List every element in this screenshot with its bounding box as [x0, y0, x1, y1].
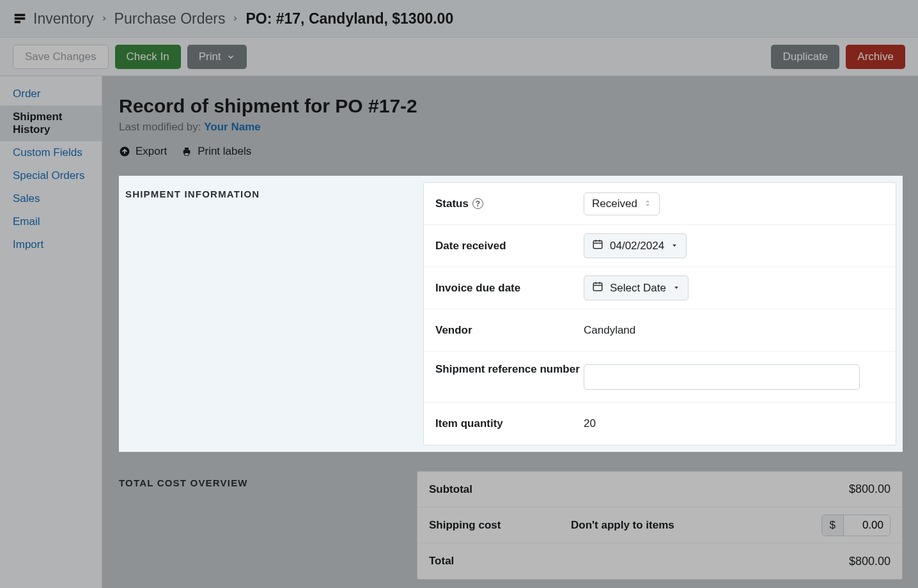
last-modified-prefix: Last modified by:: [119, 121, 204, 133]
shipping-cost-label: Shipping cost: [429, 519, 571, 532]
export-label: Export: [136, 145, 167, 158]
status-select[interactable]: Received: [584, 192, 660, 215]
breadcrumb-current: PO: #17, Candyland, $1300.00: [245, 10, 453, 27]
check-in-button[interactable]: Check In: [115, 45, 181, 69]
invoice-due-date-value: Select Date: [610, 282, 666, 295]
shipping-cost-row: Shipping cost Don't apply to items $: [417, 507, 902, 543]
item-quantity-row: Item quantity 20: [424, 403, 896, 445]
date-received-row: Date received 04/02/2024: [424, 225, 896, 267]
chevron-right-icon: [231, 15, 239, 22]
vendor-value: Candyland: [584, 324, 635, 337]
caret-down-icon: [673, 282, 680, 295]
last-modified: Last modified by: Your Name: [119, 121, 903, 134]
help-icon[interactable]: ?: [472, 198, 483, 209]
vendor-label: Vendor: [435, 324, 472, 337]
calendar-icon: [592, 281, 603, 295]
sidebar-item-order[interactable]: Order: [0, 82, 102, 105]
print-labels-button[interactable]: Print labels: [181, 145, 251, 158]
shipment-reference-input[interactable]: [584, 364, 860, 390]
duplicate-button[interactable]: Duplicate: [771, 45, 839, 69]
inventory-icon: [13, 12, 27, 26]
subtotal-label: Subtotal: [429, 483, 571, 496]
date-received-value: 04/02/2024: [610, 240, 664, 252]
shipment-information-section: SHIPMENT INFORMATION Status ? Received: [119, 176, 903, 452]
print-labels-label: Print labels: [198, 145, 251, 158]
item-quantity-label: Item quantity: [435, 417, 503, 430]
export-button[interactable]: Export: [119, 145, 167, 158]
page-title: Record of shipment for PO #17-2: [119, 95, 903, 117]
sidebar-item-special-orders[interactable]: Special Orders: [0, 164, 102, 187]
calendar-icon: [592, 238, 603, 253]
total-cost-heading: TOTAL COST OVERVIEW: [119, 477, 417, 488]
sidebar-item-custom-fields[interactable]: Custom Fields: [0, 141, 102, 164]
chevron-right-icon: [100, 15, 108, 22]
svg-rect-2: [15, 21, 20, 24]
invoice-due-date-label: Invoice due date: [435, 282, 520, 295]
sidebar-item-import[interactable]: Import: [0, 233, 102, 256]
currency-symbol: $: [822, 515, 844, 536]
total-cost-section: TOTAL COST OVERVIEW Subtotal $800.00 Shi…: [119, 471, 903, 580]
archive-button[interactable]: Archive: [846, 45, 905, 69]
svg-rect-0: [15, 14, 26, 17]
date-received-label: Date received: [435, 240, 506, 252]
sidebar-item-sales[interactable]: Sales: [0, 187, 102, 210]
breadcrumb: Inventory Purchase Orders PO: #17, Candy…: [0, 0, 918, 38]
save-button: Save Changes: [13, 45, 109, 69]
action-bar: Save Changes Check In Print Duplicate Ar…: [0, 38, 918, 76]
svg-rect-7: [593, 241, 602, 249]
status-value: Received: [592, 197, 637, 210]
svg-rect-12: [593, 283, 602, 291]
invoice-due-date-picker[interactable]: Select Date: [584, 275, 688, 300]
printer-icon: [181, 146, 192, 157]
shipping-apply-text: Don't apply to items: [571, 519, 674, 532]
status-row: Status ? Received: [424, 183, 896, 225]
shipping-cost-input[interactable]: [844, 515, 890, 536]
date-received-picker[interactable]: 04/02/2024: [584, 233, 687, 258]
chevron-down-icon: [226, 52, 235, 61]
vendor-row: Vendor Candyland: [424, 309, 896, 352]
total-label: Total: [429, 555, 571, 568]
print-dropdown-button[interactable]: Print: [187, 45, 247, 69]
item-quantity-value: 20: [584, 417, 596, 430]
subtotal-row: Subtotal $800.00: [417, 472, 902, 507]
svg-marker-16: [674, 286, 678, 289]
caret-down-icon: [671, 240, 678, 252]
total-value: $800.00: [849, 555, 891, 568]
breadcrumb-inventory[interactable]: Inventory: [33, 10, 94, 27]
print-button-label: Print: [199, 50, 221, 63]
svg-marker-11: [673, 244, 676, 247]
breadcrumb-purchase-orders[interactable]: Purchase Orders: [114, 10, 226, 27]
up-down-icon: [644, 197, 651, 210]
invoice-due-date-row: Invoice due date Select Date: [424, 267, 896, 309]
svg-rect-5: [185, 148, 189, 150]
export-icon: [119, 146, 130, 157]
svg-rect-6: [185, 153, 189, 155]
shipment-reference-label: Shipment reference number: [435, 363, 580, 376]
shipment-reference-row: Shipment reference number: [424, 352, 896, 403]
status-label: Status: [435, 197, 469, 210]
shipment-info-heading: SHIPMENT INFORMATION: [125, 189, 423, 199]
svg-rect-1: [15, 17, 26, 20]
sidebar: Order Shipment History Custom Fields Spe…: [0, 76, 102, 588]
sidebar-item-email[interactable]: Email: [0, 210, 102, 233]
sidebar-item-shipment-history[interactable]: Shipment History: [0, 105, 102, 141]
last-modified-user-link[interactable]: Your Name: [204, 121, 261, 133]
total-row: Total $800.00: [417, 543, 902, 579]
shipping-cost-input-group: $: [821, 514, 891, 536]
subtotal-value: $800.00: [849, 483, 891, 496]
